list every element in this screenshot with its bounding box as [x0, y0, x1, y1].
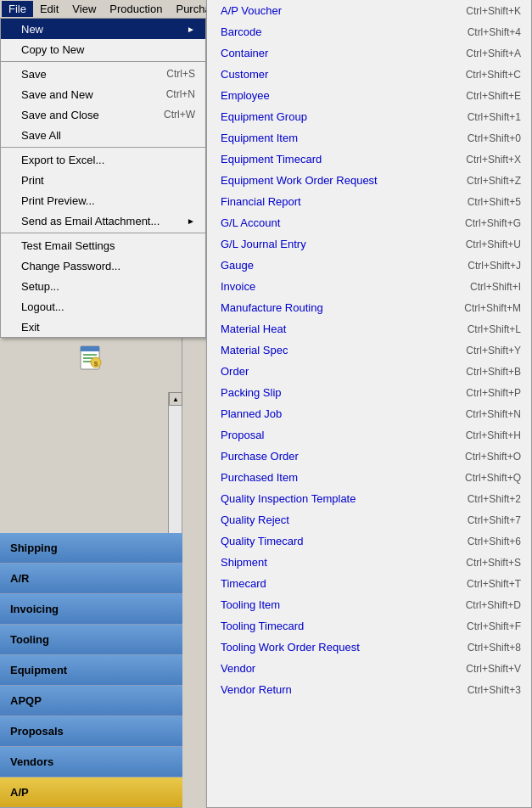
submenu-equipment-group[interactable]: Equipment Group Ctrl+Shift+1 — [207, 106, 531, 127]
submenu-gauge[interactable]: Gauge Ctrl+Shift+J — [207, 255, 531, 276]
submenu-financial-report[interactable]: Financial Report Ctrl+Shift+5 — [207, 191, 531, 212]
file-menu-save[interactable]: Save Ctrl+S — [1, 64, 205, 84]
nav-ap[interactable]: A/P — [0, 777, 182, 808]
icon-blank[interactable]: $ — [4, 341, 177, 373]
submenu-gl-journal-entry-shortcut: Ctrl+Shift+U — [466, 238, 521, 250]
submenu-timecard-label: Timecard — [221, 577, 266, 590]
file-menu-logout[interactable]: Logout... — [1, 296, 205, 317]
submenu-purchase-order-shortcut: Ctrl+Shift+O — [465, 451, 521, 463]
file-menu-setup-label: Setup... — [21, 280, 59, 293]
file-menu-send-email-label: Send as Email Attachment... — [21, 215, 160, 227]
submenu-packing-slip[interactable]: Packing Slip Ctrl+Shift+P — [207, 382, 531, 403]
submenu-shipment-shortcut: Ctrl+Shift+S — [466, 557, 521, 569]
file-menu-setup[interactable]: Setup... — [1, 276, 205, 296]
file-menu-new[interactable]: New ► — [1, 19, 205, 39]
file-menu-print[interactable]: Print — [1, 170, 205, 190]
nav-proposals[interactable]: Proposals — [0, 716, 182, 747]
submenu-equipment-work-order[interactable]: Equipment Work Order Request Ctrl+Shift+… — [207, 170, 531, 191]
submenu-order-label: Order — [221, 365, 249, 378]
submenu-material-spec-shortcut: Ctrl+Shift+Y — [466, 345, 521, 356]
submenu-purchased-item[interactable]: Purchased Item Ctrl+Shift+Q — [207, 467, 531, 488]
submenu-equipment-group-shortcut: Ctrl+Shift+1 — [468, 111, 521, 123]
submenu-gl-journal-entry-label: G/L Journal Entry — [221, 238, 306, 250]
submenu-tooling-item[interactable]: Tooling Item Ctrl+Shift+D — [207, 594, 531, 615]
submenu-material-spec[interactable]: Material Spec Ctrl+Shift+Y — [207, 339, 531, 361]
nav-vendors-label: Vendors — [10, 755, 53, 768]
submenu-quality-timecard[interactable]: Quality Timecard Ctrl+Shift+6 — [207, 530, 531, 552]
nav-vendors[interactable]: Vendors — [0, 747, 182, 777]
menu-edit[interactable]: Edit — [33, 1, 65, 17]
submenu-proposal-shortcut: Ctrl+Shift+H — [466, 429, 521, 441]
svg-rect-23 — [83, 354, 97, 356]
submenu-gl-account-label: G/L Account — [221, 216, 280, 229]
submenu-manufacture-routing[interactable]: Manufacture Routing Ctrl+Shift+M — [207, 297, 531, 318]
submenu-barcode[interactable]: Barcode Ctrl+Shift+4 — [207, 21, 531, 42]
separator-3 — [1, 233, 205, 233]
submenu-purchase-order-label: Purchase Order — [221, 450, 299, 463]
nav-apqp[interactable]: APQP — [0, 686, 182, 716]
scroll-track — [169, 406, 182, 548]
submenu-customer-label: Customer — [221, 68, 268, 81]
file-menu-send-email-arrow: ► — [187, 216, 195, 226]
submenu-tooling-work-order[interactable]: Tooling Work Order Request Ctrl+Shift+8 — [207, 637, 531, 658]
file-menu-save-all[interactable]: Save All — [1, 125, 205, 145]
file-menu-exit[interactable]: Exit — [1, 317, 205, 337]
file-menu-print-preview[interactable]: Print Preview... — [1, 190, 205, 210]
nav-equipment[interactable]: Equipment — [0, 655, 182, 686]
file-menu-save-shortcut: Ctrl+S — [166, 68, 195, 80]
submenu-proposal[interactable]: Proposal Ctrl+Shift+H — [207, 424, 531, 446]
file-menu-save-new-label: Save and New — [21, 88, 93, 101]
submenu-vendor[interactable]: Vendor Ctrl+Shift+V — [207, 658, 531, 679]
submenu-invoice[interactable]: Invoice Ctrl+Shift+I — [207, 276, 531, 297]
menu-production[interactable]: Production — [103, 1, 169, 17]
submenu-customer[interactable]: Customer Ctrl+Shift+C — [207, 64, 531, 85]
file-menu-copy-to-new[interactable]: Copy to New — [1, 39, 205, 59]
svg-text:$: $ — [94, 360, 98, 368]
file-menu-copy-label: Copy to New — [21, 43, 84, 56]
submenu-quality-inspection-label: Quality Inspection Template — [221, 492, 356, 505]
nav-ar[interactable]: A/R — [0, 564, 182, 594]
submenu-container-label: Container — [221, 47, 268, 59]
submenu-gl-journal-entry[interactable]: G/L Journal Entry Ctrl+Shift+U — [207, 233, 531, 255]
file-menu-send-email[interactable]: Send as Email Attachment... ► — [1, 210, 205, 231]
submenu-planned-job[interactable]: Planned Job Ctrl+Shift+N — [207, 403, 531, 424]
file-menu-save-all-label: Save All — [21, 129, 61, 142]
main-area: New ► Copy to New Save Ctrl+S Save and N… — [0, 19, 532, 808]
submenu-ap-voucher-shortcut: Ctrl+Shift+K — [466, 5, 521, 17]
submenu-employee[interactable]: Employee Ctrl+Shift+E — [207, 85, 531, 106]
submenu-timecard[interactable]: Timecard Ctrl+Shift+T — [207, 573, 531, 594]
submenu-proposal-label: Proposal — [221, 429, 264, 441]
menu-file[interactable]: File — [2, 1, 33, 17]
submenu-equipment-group-label: Equipment Group — [221, 110, 307, 123]
submenu-order[interactable]: Order Ctrl+Shift+B — [207, 361, 531, 382]
submenu-quality-reject[interactable]: Quality Reject Ctrl+Shift+7 — [207, 509, 531, 530]
file-menu-save-new[interactable]: Save and New Ctrl+N — [1, 84, 205, 104]
submenu-equipment-item-label: Equipment Item — [221, 132, 298, 144]
file-menu-change-password[interactable]: Change Password... — [1, 255, 205, 276]
nav-invoicing[interactable]: Invoicing — [0, 594, 182, 625]
file-menu-test-email[interactable]: Test Email Settings — [1, 235, 205, 255]
submenu-quality-inspection[interactable]: Quality Inspection Template Ctrl+Shift+2 — [207, 488, 531, 509]
file-menu-dropdown: New ► Copy to New Save Ctrl+S Save and N… — [0, 19, 206, 338]
submenu-container[interactable]: Container Ctrl+Shift+A — [207, 42, 531, 64]
file-menu-export-label: Export to Excel... — [21, 154, 104, 166]
submenu-shipment[interactable]: Shipment Ctrl+Shift+S — [207, 552, 531, 573]
submenu-equipment-timecard[interactable]: Equipment Timecard Ctrl+Shift+X — [207, 149, 531, 170]
file-menu-export[interactable]: Export to Excel... — [1, 149, 205, 170]
scroll-up-button[interactable]: ▲ — [169, 392, 182, 406]
submenu-gl-account[interactable]: G/L Account Ctrl+Shift+G — [207, 212, 531, 233]
submenu-purchased-item-label: Purchased Item — [221, 471, 298, 484]
submenu-vendor-return[interactable]: Vendor Return Ctrl+Shift+3 — [207, 679, 531, 700]
submenu-purchase-order[interactable]: Purchase Order Ctrl+Shift+O — [207, 446, 531, 467]
submenu-tooling-timecard[interactable]: Tooling Timecard Ctrl+Shift+F — [207, 615, 531, 637]
menu-view[interactable]: View — [65, 1, 103, 17]
submenu-equipment-item[interactable]: Equipment Item Ctrl+Shift+0 — [207, 127, 531, 149]
submenu-material-heat[interactable]: Material Heat Ctrl+Shift+L — [207, 318, 531, 339]
file-menu-save-close[interactable]: Save and Close Ctrl+W — [1, 104, 205, 125]
submenu-quality-timecard-label: Quality Timecard — [221, 535, 304, 547]
file-menu-test-email-label: Test Email Settings — [21, 239, 115, 252]
submenu-quality-reject-label: Quality Reject — [221, 513, 289, 526]
submenu-ap-voucher[interactable]: A/P Voucher Ctrl+Shift+K — [207, 0, 531, 21]
nav-shipping[interactable]: Shipping — [0, 533, 182, 564]
nav-tooling[interactable]: Tooling — [0, 625, 182, 655]
